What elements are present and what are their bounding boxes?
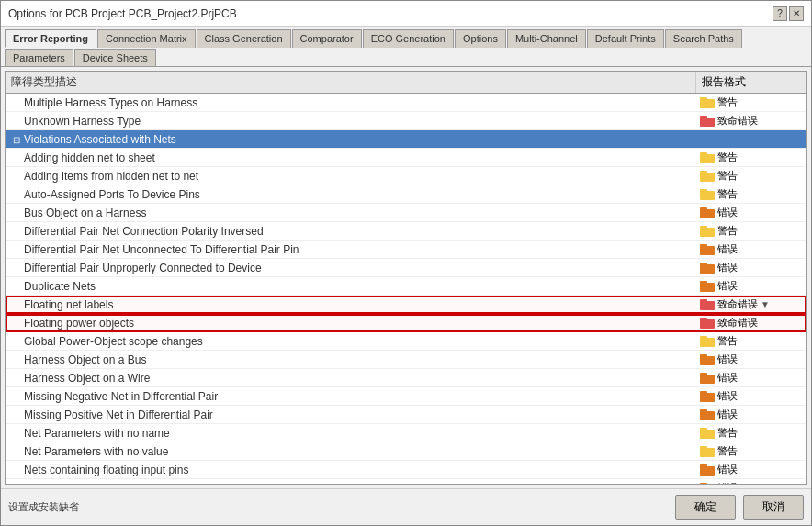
- tab-eco-generation[interactable]: ECO Generation: [363, 29, 454, 48]
- table-row[interactable]: Differential Pair Net Connection Polarit…: [6, 222, 806, 241]
- row-label: Floating net labels: [6, 297, 696, 313]
- row-label: Nets containing floating input pins: [6, 462, 696, 478]
- table-row[interactable]: Net Parameters with no value警告: [6, 442, 806, 461]
- row-report[interactable]: 警告: [696, 332, 806, 350]
- table-row[interactable]: Missing Negative Net in Differential Pai…: [6, 387, 806, 406]
- folder-icon: [700, 263, 715, 274]
- row-report[interactable]: 错误: [696, 479, 806, 485]
- row-report[interactable]: 警告: [696, 149, 806, 166]
- tab-default-prints[interactable]: Default Prints: [587, 29, 664, 48]
- report-label: 警告: [717, 334, 738, 348]
- tabs-bar: Error ReportingConnection MatrixClass Ge…: [1, 27, 811, 67]
- table-row[interactable]: Global Power-Object scope changes警告: [6, 332, 806, 351]
- window-title: Options for PCB Project PCB_Project2.Prj…: [8, 7, 237, 20]
- table-row[interactable]: Net Parameters with no name警告: [6, 424, 806, 442]
- row-report[interactable]: 致命错误: [696, 112, 806, 129]
- dropdown-icon[interactable]: ▼: [761, 299, 770, 309]
- tab-device-sheets[interactable]: Device Sheets: [74, 49, 156, 66]
- table-row[interactable]: Harness Object on a Wire错误: [6, 369, 806, 387]
- close-button[interactable]: ✕: [789, 6, 804, 21]
- table-header: 障得类型描述 报告格式: [6, 72, 806, 94]
- tab-multi-channel[interactable]: Multi-Channel: [507, 29, 586, 48]
- table-container[interactable]: 障得类型描述 报告格式 Multiple Harness Types on Ha…: [5, 71, 807, 485]
- table-row[interactable]: Duplicate Nets错误: [6, 277, 806, 296]
- tab-error-reporting[interactable]: Error Reporting: [5, 29, 96, 48]
- ok-button[interactable]: 确定: [675, 495, 736, 520]
- cancel-button[interactable]: 取消: [743, 495, 804, 520]
- table-row[interactable]: Adding Items from hidden net to net警告: [6, 167, 806, 185]
- table-row[interactable]: Nets containing floating input pins错误: [6, 461, 806, 479]
- row-report[interactable]: 警告: [696, 424, 806, 442]
- row-report[interactable]: 致命错误▼: [696, 296, 806, 313]
- row-label: Global Power-Object scope changes: [6, 333, 696, 350]
- table-row[interactable]: Differential Pair Unproperly Connected t…: [6, 259, 806, 277]
- row-label: Differential Pair Unproperly Connected t…: [6, 260, 696, 276]
- folder-icon: [700, 354, 715, 365]
- row-label: Missing Positive Net in Differential Pai…: [6, 407, 696, 423]
- report-label: 错误: [717, 242, 738, 256]
- folder-icon: [700, 464, 715, 476]
- row-report[interactable]: 错误: [696, 387, 806, 405]
- row-report[interactable]: 错误: [696, 204, 806, 221]
- row-report[interactable]: 错误: [696, 277, 806, 295]
- table-row[interactable]: Multiple Harness Types on Harness警告: [6, 94, 806, 112]
- row-label: Adding hidden net to sheet: [6, 150, 696, 166]
- folder-icon: [700, 226, 715, 237]
- row-report[interactable]: 错误: [696, 461, 806, 478]
- row-label: Harness Object on a Bus: [6, 352, 696, 368]
- expand-icon[interactable]: ⊟: [13, 135, 20, 145]
- folder-icon: [700, 299, 715, 310]
- table-row[interactable]: Floating power objects致命错误: [6, 314, 806, 332]
- row-report[interactable]: 警告: [696, 94, 806, 111]
- report-label: 警告: [717, 444, 738, 458]
- row-report[interactable]: 错误: [696, 259, 806, 276]
- row-report[interactable]: 警告: [696, 185, 806, 203]
- folder-icon: [700, 189, 715, 200]
- folder-icon: [700, 428, 715, 439]
- row-label: Missing Negative Net in Differential Pai…: [6, 388, 696, 405]
- report-label: 错误: [717, 463, 738, 476]
- tab-connection-matrix[interactable]: Connection Matrix: [97, 29, 196, 48]
- title-bar: Options for PCB Project PCB_Project2.Prj…: [1, 1, 811, 27]
- folder-icon: [700, 207, 715, 218]
- row-report[interactable]: 警告: [696, 167, 806, 185]
- table-row[interactable]: Differential Pair Net Unconnected To Dif…: [6, 241, 806, 259]
- row-label: Net Parameters with no name: [6, 425, 696, 442]
- table-row[interactable]: Missing Positive Net in Differential Pai…: [6, 406, 806, 424]
- row-report[interactable]: 错误: [696, 351, 806, 368]
- tab-search-paths[interactable]: Search Paths: [665, 29, 742, 48]
- row-label: Net Parameters with no value: [6, 443, 696, 460]
- folder-icon: [700, 391, 715, 402]
- folder-icon: [700, 281, 715, 292]
- folder-icon: [700, 244, 715, 255]
- table-row[interactable]: Unknown Harness Type致命错误: [6, 112, 806, 130]
- tab-class-generation[interactable]: Class Generation: [197, 29, 291, 48]
- tab-parameters[interactable]: Parameters: [5, 49, 73, 66]
- bottom-left-label: 设置成安装缺省: [8, 500, 79, 514]
- table-row[interactable]: Nets containing multiple similar objects…: [6, 479, 806, 485]
- row-report[interactable]: 错误: [696, 406, 806, 423]
- report-label: 警告: [717, 151, 738, 164]
- table-row[interactable]: Floating net labels致命错误▼: [6, 296, 806, 314]
- table-row[interactable]: Adding hidden net to sheet警告: [6, 149, 806, 167]
- table-row[interactable]: Bus Object on a Harness错误: [6, 204, 806, 222]
- table-row[interactable]: Harness Object on a Bus错误: [6, 351, 806, 369]
- help-button[interactable]: ?: [773, 6, 787, 21]
- row-report[interactable]: 错误: [696, 369, 806, 386]
- col-name-header: 障得类型描述: [6, 72, 696, 93]
- row-label: Unknown Harness Type: [6, 113, 696, 129]
- report-label: 错误: [717, 279, 738, 293]
- report-label: 警告: [717, 224, 738, 238]
- table-row[interactable]: Auto-Assigned Ports To Device Pins警告: [6, 185, 806, 204]
- row-report[interactable]: 警告: [696, 222, 806, 240]
- tab-options[interactable]: Options: [455, 29, 506, 48]
- tab-comparator[interactable]: Comparator: [292, 29, 362, 48]
- row-report[interactable]: 错误: [696, 241, 806, 258]
- row-report[interactable]: 致命错误: [696, 314, 806, 331]
- table-row[interactable]: ⊟Violations Associated with Nets: [6, 130, 806, 149]
- row-label: Floating power objects: [6, 315, 696, 331]
- folder-icon: [700, 318, 715, 329]
- row-report[interactable]: 警告: [696, 442, 806, 460]
- folder-icon: [700, 171, 715, 182]
- report-label: 警告: [717, 426, 738, 440]
